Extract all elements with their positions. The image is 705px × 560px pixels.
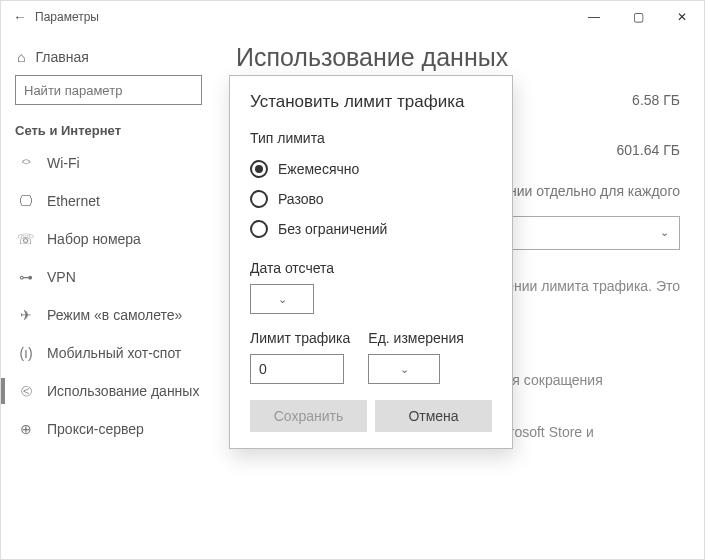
ethernet-icon: 🖵 <box>17 193 35 209</box>
sidebar-home-label: Главная <box>35 49 88 65</box>
stat-value-2: 601.64 ГБ <box>617 142 680 158</box>
sidebar-item-dialup[interactable]: ☏Набор номера <box>15 220 202 258</box>
vpn-icon: ⊶ <box>17 269 35 285</box>
sidebar-item-label: Набор номера <box>47 231 141 247</box>
proxy-icon: ⊕ <box>17 421 35 437</box>
save-button[interactable]: Сохранить <box>250 400 367 432</box>
sidebar: ⌂ Главная Сеть и Интернет ⌔Wi-Fi 🖵Ethern… <box>1 33 216 559</box>
radio-label: Ежемесячно <box>278 161 359 177</box>
sidebar-item-ethernet[interactable]: 🖵Ethernet <box>15 182 202 220</box>
close-button[interactable]: ✕ <box>660 1 704 33</box>
chevron-down-icon: ⌄ <box>660 226 669 239</box>
set-data-limit-dialog: Установить лимит трафика Тип лимита Ежем… <box>229 75 513 449</box>
stat-value-1: 6.58 ГБ <box>632 92 680 108</box>
unit-select[interactable]: ⌄ <box>368 354 440 384</box>
sidebar-item-label: VPN <box>47 269 76 285</box>
wifi-icon: ⌔ <box>17 155 35 171</box>
sidebar-item-data-usage[interactable]: ⧀Использование данных <box>15 372 202 410</box>
home-icon: ⌂ <box>17 49 25 65</box>
page-title: Использование данных <box>236 43 680 72</box>
sidebar-item-wifi[interactable]: ⌔Wi-Fi <box>15 144 202 182</box>
sidebar-item-label: Прокси-сервер <box>47 421 144 437</box>
radio-label: Без ограничений <box>278 221 387 237</box>
sidebar-item-label: Использование данных <box>47 383 199 399</box>
sidebar-item-hotspot[interactable]: (ı)Мобильный хот-спот <box>15 334 202 372</box>
sidebar-section-label: Сеть и Интернет <box>15 123 202 138</box>
radio-icon <box>250 160 268 178</box>
data-usage-icon: ⧀ <box>17 383 35 400</box>
sidebar-item-label: Ethernet <box>47 193 100 209</box>
limit-type-label: Тип лимита <box>250 130 492 146</box>
data-limit-input[interactable] <box>250 354 344 384</box>
radio-icon <box>250 220 268 238</box>
sidebar-item-label: Режим «в самолете» <box>47 307 182 323</box>
radio-unlimited[interactable]: Без ограничений <box>250 214 492 244</box>
dialog-title: Установить лимит трафика <box>250 92 492 112</box>
chevron-down-icon: ⌄ <box>278 293 287 306</box>
search-input[interactable] <box>15 75 202 105</box>
reset-date-label: Дата отсчета <box>250 260 492 276</box>
radio-label: Разово <box>278 191 324 207</box>
unit-label: Ед. измерения <box>368 330 464 346</box>
reset-date-select[interactable]: ⌄ <box>250 284 314 314</box>
radio-onetime[interactable]: Разово <box>250 184 492 214</box>
back-button[interactable]: ← <box>13 9 35 25</box>
sidebar-item-proxy[interactable]: ⊕Прокси-сервер <box>15 410 202 448</box>
window-title: Параметры <box>35 10 572 24</box>
minimize-button[interactable]: — <box>572 1 616 33</box>
sidebar-item-label: Мобильный хот-спот <box>47 345 181 361</box>
sidebar-item-label: Wi-Fi <box>47 155 80 171</box>
dialup-icon: ☏ <box>17 231 35 247</box>
sidebar-item-vpn[interactable]: ⊶VPN <box>15 258 202 296</box>
chevron-down-icon: ⌄ <box>400 363 409 376</box>
radio-icon <box>250 190 268 208</box>
maximize-button[interactable]: ▢ <box>616 1 660 33</box>
radio-monthly[interactable]: Ежемесячно <box>250 154 492 184</box>
hotspot-icon: (ı) <box>17 345 35 361</box>
airplane-icon: ✈ <box>17 307 35 323</box>
data-limit-label: Лимит трафика <box>250 330 350 346</box>
sidebar-item-airplane[interactable]: ✈Режим «в самолете» <box>15 296 202 334</box>
cancel-button[interactable]: Отмена <box>375 400 492 432</box>
sidebar-home[interactable]: ⌂ Главная <box>17 49 202 65</box>
